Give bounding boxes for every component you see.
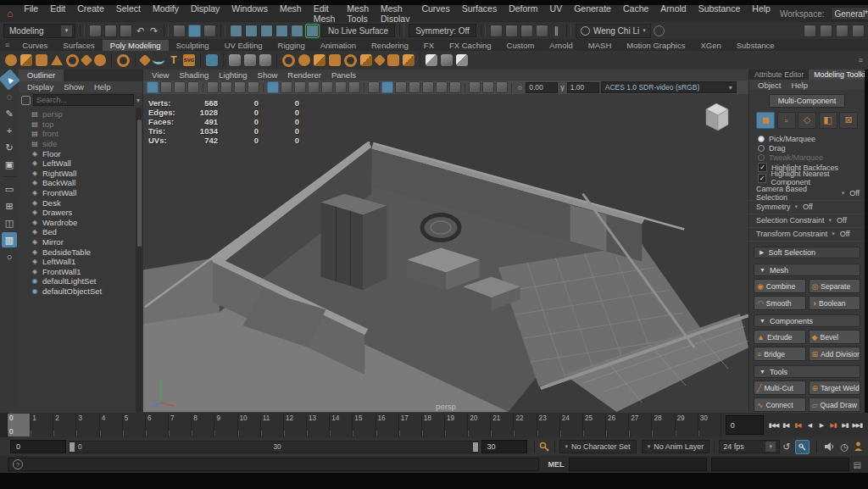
snap-to-curves-icon[interactable] [245, 25, 258, 37]
timeline-frame-25[interactable]: 25 [583, 414, 606, 436]
pause-viewport-icon[interactable]: ∥ [551, 25, 562, 36]
viewport-menu-show[interactable]: Show [253, 70, 283, 80]
timeline-frame-13[interactable]: 13 [307, 414, 330, 436]
exposure-field[interactable]: 0.00 [526, 82, 558, 93]
shelf-tab-custom[interactable]: Custom [499, 40, 542, 51]
outliner-tab[interactable]: Outliner [19, 69, 64, 81]
toolkit-option-selection-constraint[interactable]: Selection Constraint▾Off [749, 214, 865, 228]
shaded-icon[interactable] [381, 81, 393, 93]
highlight-nearest-option[interactable]: ✓ Highlight Nearest Component [749, 173, 865, 184]
textured-icon[interactable] [395, 81, 407, 93]
timeline-frame-29[interactable]: 29 [676, 414, 698, 436]
bridge-button[interactable]: ≡Bridge [754, 347, 806, 361]
playback-loop-icon[interactable]: ↺ [782, 442, 790, 453]
use-all-lights-icon[interactable] [409, 81, 420, 93]
help-icon[interactable]: ? [13, 459, 23, 470]
x-ray-icon[interactable] [482, 81, 494, 93]
outliner-item-bed[interactable]: ◈Bed [31, 227, 142, 237]
symmetry-display-icon[interactable] [469, 81, 481, 93]
tab-attribute-editor[interactable]: Attribute Editor [749, 69, 809, 80]
outliner-menu-display[interactable]: Display [22, 82, 58, 92]
boolean-button[interactable]: ◑Boolean [809, 296, 861, 310]
character-controls-icon[interactable] [854, 442, 863, 452]
group-separator[interactable] [164, 25, 169, 36]
poly-sphere-icon[interactable] [5, 54, 17, 66]
channel-box-toggle-icon[interactable] [836, 25, 849, 37]
shelf-tab-rigging[interactable]: Rigging [270, 40, 313, 51]
section-header-tools[interactable]: ▼Tools [754, 365, 860, 378]
tool-settings-toggle-icon[interactable] [820, 25, 832, 37]
extrude-button[interactable]: ▲Extrude [754, 330, 806, 344]
soft-selection-header[interactable]: ▶ Soft Selection [754, 247, 860, 258]
toolkit-option-transform-constraint[interactable]: Transform Constraint▾Off [749, 228, 865, 242]
edge-mode-icon[interactable]: ◇ [798, 112, 816, 129]
view-cube[interactable] [698, 99, 735, 136]
time-slider-handle[interactable] [0, 413, 8, 437]
timeline-frame-21[interactable]: 21 [491, 414, 514, 436]
mel-command-input[interactable] [569, 458, 707, 471]
object-mode-icon[interactable]: ◼ [756, 112, 775, 129]
toolkit-menu-help[interactable]: Help [786, 81, 813, 90]
shelf-tab-motion-graphics[interactable]: Motion Graphics [619, 40, 693, 51]
select-camera-icon[interactable] [147, 81, 159, 93]
timeline-frame-26[interactable]: 26 [606, 414, 629, 436]
shelf-menu-icon[interactable]: ≡ [5, 41, 9, 49]
outliner-item-defaultlightset[interactable]: ◉defaultLightSet [31, 276, 142, 286]
open-scene-icon[interactable] [104, 25, 117, 37]
timeline-ticks[interactable]: 0012345678910111213141516171819202122232… [8, 414, 721, 436]
smooth-button[interactable]: ◠Smooth [754, 296, 806, 310]
menu-set-select[interactable]: Modeling ▾ [3, 24, 75, 38]
character-set-select[interactable]: ▾ No Character Set [559, 440, 637, 453]
animation-end-field[interactable]: 30 [481, 440, 527, 453]
outliner-item-drawers[interactable]: ◈Drawers [31, 208, 142, 218]
render-view-icon[interactable] [490, 25, 503, 37]
outliner-search-input[interactable] [33, 94, 134, 106]
timeline-frame-24[interactable]: 24 [560, 414, 583, 436]
outliner-item-rightwall[interactable]: ◈RightWall [31, 169, 142, 179]
group-separator[interactable] [80, 25, 85, 36]
make-live-icon[interactable] [306, 25, 319, 37]
viewport-menu-view[interactable]: View [147, 70, 174, 80]
outliner-item-front[interactable]: ▤front [31, 129, 142, 139]
outliner-scroll-thumb[interactable] [137, 119, 142, 247]
step-back-frame-button[interactable]: ▮◀ [780, 420, 791, 431]
go-to-start-button[interactable]: ▮◀◀ [768, 420, 780, 431]
timeline-frame-6[interactable]: 6 [146, 414, 169, 436]
film-gate-icon[interactable] [281, 81, 292, 93]
shelf-tab-sculpting[interactable]: Sculpting [169, 40, 217, 51]
timeline-frame-30[interactable]: 30 [698, 414, 721, 436]
offset-edge-loop-shelf-icon[interactable] [456, 54, 468, 66]
gamma-field[interactable]: 1.00 [567, 82, 599, 93]
vertex-mode-icon[interactable]: ▫ [777, 112, 796, 129]
timeline-frame-14[interactable]: 14 [330, 414, 353, 436]
outliner-item-mirror[interactable]: ◈Mirror [31, 237, 142, 247]
move-tool[interactable]: + [2, 123, 17, 138]
timeline-frame-19[interactable]: 19 [445, 414, 468, 436]
single-pane-layout[interactable]: ▭ [2, 181, 17, 197]
outliner-menu-help[interactable]: Help [89, 82, 116, 92]
live-surface-field[interactable]: No Live Surface [321, 24, 395, 37]
timeline-frame-20[interactable]: 20 [468, 414, 491, 436]
outliner-menu-show[interactable]: Show [58, 82, 89, 92]
save-scene-icon[interactable] [120, 25, 132, 37]
animation-start-field[interactable]: 0 [10, 440, 66, 453]
zoom-in-out-tool[interactable]: ○ [2, 249, 17, 264]
image-plane-icon[interactable] [207, 81, 219, 93]
new-scene-icon[interactable] [89, 25, 102, 37]
construction-plane-icon[interactable] [206, 54, 218, 66]
shelf-tab-rendering[interactable]: Rendering [364, 40, 416, 51]
four-pane-layout[interactable]: ⊞ [2, 198, 17, 214]
whats-new-icon[interactable] [654, 25, 665, 36]
shadows-icon[interactable] [422, 81, 434, 93]
section-header-mesh[interactable]: ▼Mesh [754, 264, 860, 276]
outliner-item-leftwall1[interactable]: ◈LeftWall1 [31, 257, 142, 267]
viewport-menu-lighting[interactable]: Lighting [214, 70, 252, 80]
snap-to-view-planes-icon[interactable] [291, 25, 303, 37]
lasso-select-tool[interactable]: ◌ [2, 89, 17, 104]
outliner-item-frontwall1[interactable]: ◈FrontWall1 [31, 267, 142, 277]
viewport-menu-panels[interactable]: Panels [326, 70, 361, 80]
snap-to-grids-icon[interactable] [230, 25, 242, 37]
ipr-render-icon[interactable] [520, 25, 533, 37]
quad-draw-button[interactable]: ▱Quad Draw [809, 397, 861, 412]
timeline-frame-22[interactable]: 22 [514, 414, 537, 436]
